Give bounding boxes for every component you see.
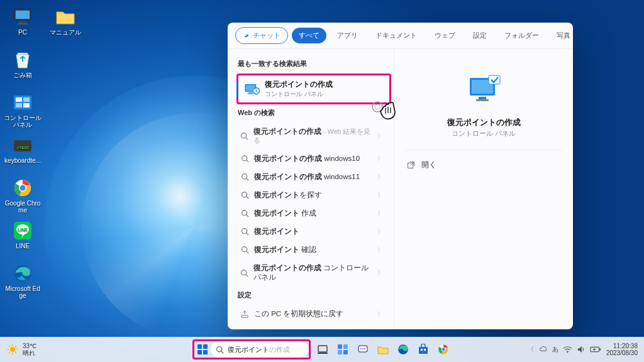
svg-rect-4	[18, 53, 28, 55]
svg-text:LINE: LINE	[18, 228, 28, 232]
svg-point-39	[242, 270, 247, 275]
web-result-3[interactable]: 復元ポイントを探す〉	[236, 186, 391, 204]
start-button[interactable]	[194, 341, 211, 358]
search-typed-text: 復元ポイント	[228, 346, 269, 353]
tab-documents[interactable]: ドキュメント	[369, 28, 424, 43]
svg-line-30	[246, 178, 248, 180]
settings-result-reset-pc[interactable]: この PC を初期状態に戻す 〉	[236, 305, 391, 323]
tab-web[interactable]: ウェブ	[428, 28, 462, 43]
svg-line-40	[246, 274, 248, 276]
taskbar-search-highlight: 復元ポイントの作成	[192, 339, 311, 359]
chevron-right-icon: 〉	[377, 268, 387, 277]
svg-rect-67	[338, 344, 342, 349]
svg-rect-78	[424, 349, 426, 351]
taskbar-edge[interactable]	[395, 341, 411, 358]
tab-folders[interactable]: フォルダー	[497, 28, 546, 43]
web-result-5[interactable]: 復元ポイント〉	[236, 222, 391, 241]
chevron-right-icon: 〉	[377, 228, 387, 236]
desktop-icon-label: LINE	[16, 243, 30, 250]
best-match-result[interactable]: 復元ポイントの作成 コントロール パネル	[236, 74, 391, 104]
svg-rect-76	[419, 347, 428, 354]
open-icon	[407, 161, 415, 169]
search-panel: チャット すべて アプリ ドキュメント ウェブ 設定 フォルダー 写真 ⋯ 最も…	[228, 23, 573, 329]
svg-rect-2	[19, 21, 26, 23]
tray-chevron-icon[interactable]: 〈	[528, 345, 534, 354]
web-result-6[interactable]: 復元ポイント 確認〉	[236, 241, 391, 259]
best-match-title: 復元ポイントの作成	[265, 79, 333, 90]
detail-action-open[interactable]: 開く	[404, 156, 439, 173]
svg-point-63	[217, 346, 222, 351]
taskbar-task-view[interactable]	[314, 341, 331, 358]
chevron-right-icon: 〉	[377, 173, 387, 182]
svg-point-72	[360, 348, 362, 349]
svg-line-32	[246, 197, 248, 199]
desktop-icon-chrome[interactable]: Google Chrome	[4, 175, 42, 217]
bing-chat-icon	[243, 32, 250, 40]
clock-date: 2023/08/30	[606, 349, 638, 357]
search-icon	[216, 346, 224, 354]
web-result-0[interactable]: 復元ポイントの作成 - Web 結果を見る〉	[236, 123, 391, 150]
web-results-header: Web の検索	[238, 108, 391, 118]
tab-settings[interactable]: 設定	[466, 28, 494, 43]
system-restore-icon	[243, 82, 260, 96]
svg-rect-69	[338, 350, 342, 354]
desktop-icon-line[interactable]: LINE LINE	[4, 217, 42, 260]
web-result-1[interactable]: 復元ポイントの作成 windows10〉	[236, 150, 391, 168]
svg-line-34	[246, 215, 248, 217]
desktop-icon-manual[interactable]: マニュアル	[47, 4, 84, 47]
search-detail-pane: 復元ポイントの作成 コントロール パネル 開く	[394, 49, 573, 329]
desktop-icon-label: Microsoft Edge	[4, 285, 42, 299]
desktop-icon-label: Google Chrome	[4, 200, 42, 214]
weather-desc: 晴れ	[23, 349, 36, 356]
tab-chat[interactable]: チャット	[235, 27, 288, 44]
tray-ime[interactable]: あ	[552, 345, 558, 354]
svg-rect-8	[16, 103, 22, 107]
svg-rect-60	[203, 344, 208, 349]
svg-point-29	[242, 174, 247, 179]
svg-point-50	[10, 347, 15, 352]
desktop-icon-pc[interactable]: PC	[4, 4, 42, 47]
svg-point-74	[364, 348, 365, 349]
search-icon	[240, 173, 249, 182]
search-icon	[240, 155, 249, 163]
taskbar-chat[interactable]	[355, 341, 371, 358]
search-ghost-text: の作成	[269, 346, 290, 353]
search-icon	[240, 268, 248, 277]
desktop-icon-label: コントロール パネル	[4, 114, 42, 128]
taskbar-explorer[interactable]	[375, 341, 391, 358]
desktop-icon-control-panel[interactable]: コントロール パネル	[4, 89, 42, 132]
best-match-header: 最も一致する検索結果	[238, 59, 391, 69]
taskbar-clock[interactable]: 11:20:38 2023/08/30	[606, 343, 638, 357]
tray-wifi-icon[interactable]	[563, 346, 572, 353]
web-result-4[interactable]: 復元ポイント 作成〉	[236, 204, 391, 222]
detail-subtitle: コントロール パネル	[452, 129, 516, 138]
search-icon	[240, 209, 249, 218]
svg-rect-66	[318, 353, 328, 354]
taskbar-search-box[interactable]: 復元ポイントの作成	[211, 341, 309, 358]
tab-all[interactable]: すべて	[292, 28, 326, 43]
desktop-icon-label: ごみ箱	[13, 72, 32, 79]
tab-apps[interactable]: アプリ	[330, 28, 365, 43]
desktop-icon-label: PC	[18, 29, 27, 36]
web-result-2[interactable]: 復元ポイントの作成 windows11〉	[236, 168, 391, 186]
taskbar-store[interactable]	[415, 341, 431, 358]
taskbar-weather[interactable]: 33℃ 晴れ	[6, 343, 36, 356]
tray-battery-icon[interactable]	[590, 346, 601, 353]
tray-onedrive-icon[interactable]	[538, 346, 548, 353]
web-result-7[interactable]: 復元ポイントの作成 コントロールパネル〉	[236, 259, 391, 287]
tab-photos[interactable]: 写真	[550, 28, 573, 43]
svg-point-27	[242, 156, 247, 161]
desktop-icon-recycle[interactable]: ごみ箱	[4, 47, 42, 89]
svg-rect-9	[23, 103, 30, 107]
desktop-icon-edge[interactable]: Microsoft Edge	[4, 260, 42, 303]
taskbar-chrome[interactable]	[435, 341, 452, 358]
tray-volume-icon[interactable]	[577, 346, 586, 353]
svg-rect-45	[476, 99, 489, 101]
chevron-right-icon: 〉	[377, 310, 387, 319]
svg-rect-46	[489, 75, 500, 84]
detail-icon	[464, 73, 504, 108]
taskbar-widgets[interactable]	[335, 341, 351, 358]
svg-line-38	[246, 251, 248, 253]
desktop-icon-keyboardtest[interactable]: ✓TEST keyboardte...	[4, 132, 42, 175]
svg-point-31	[242, 192, 247, 197]
